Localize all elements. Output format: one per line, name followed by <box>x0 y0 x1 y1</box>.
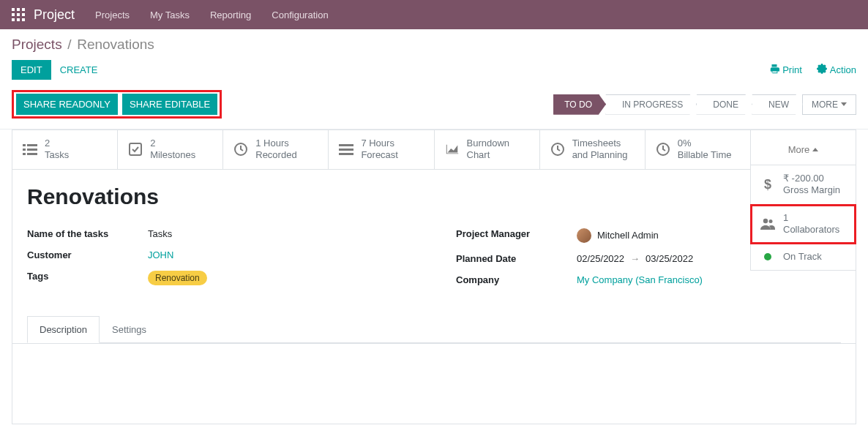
share-readonly-button[interactable]: SHARE READONLY <box>16 94 118 115</box>
fields-col-left: Name of the tasks Tasks Customer JOHN Ta… <box>27 228 412 296</box>
field-customer: Customer JOHN <box>27 249 412 260</box>
statcard-value: 1 Hours <box>255 138 296 149</box>
tabs: Description Settings <box>27 316 841 343</box>
dd-value: ₹ -200.00 <box>783 173 840 184</box>
avatar <box>577 228 591 243</box>
company-link[interactable]: My Company (San Francisco) <box>577 274 703 285</box>
svg-rect-15 <box>130 143 141 155</box>
edit-button[interactable]: EDIT <box>12 60 51 80</box>
statcard-billable[interactable]: 0% Billable Time <box>645 130 750 169</box>
dd-label: On Track <box>783 251 822 263</box>
dd-gross-margin[interactable]: $ ₹ -200.00 Gross Margin <box>751 165 856 205</box>
svg-rect-13 <box>23 153 26 155</box>
statcard-tasks[interactable]: 2 Tasks <box>12 130 117 169</box>
svg-rect-3 <box>12 13 15 16</box>
svg-rect-12 <box>27 149 37 151</box>
statcard-value: 0% <box>678 138 732 149</box>
clock-icon <box>233 142 248 157</box>
tab-content <box>12 344 856 424</box>
apps-icon[interactable] <box>12 8 25 21</box>
print-icon <box>769 64 779 76</box>
statcard-more[interactable]: More <box>750 130 856 169</box>
stage-more[interactable]: MORE <box>802 94 856 115</box>
brand[interactable]: Project <box>34 7 75 23</box>
statcard-label: Billable Time <box>678 149 732 161</box>
field-label: Company <box>456 274 577 285</box>
statcard-value: 2 <box>150 138 195 149</box>
print-label: Print <box>782 64 802 75</box>
statcards: 2 Tasks 2 Milestones 1 Hours <box>12 129 856 170</box>
svg-rect-5 <box>22 13 25 16</box>
stage-more-label: MORE <box>812 99 838 110</box>
statcard-burndown[interactable]: Burndown Chart <box>434 130 539 169</box>
field-tasks-name: Name of the tasks Tasks <box>27 228 412 239</box>
svg-rect-19 <box>339 153 353 155</box>
share-buttons-highlight: SHARE READONLY SHARE EDITABLE <box>12 90 222 119</box>
create-button[interactable]: CREATE <box>51 60 107 80</box>
breadcrumb-parent[interactable]: Projects <box>12 37 62 52</box>
status-dot-icon <box>760 253 776 260</box>
tab-description[interactable]: Description <box>27 316 100 343</box>
svg-rect-17 <box>339 144 353 146</box>
field-label: Project Manager <box>456 228 577 243</box>
field-label: Customer <box>27 249 148 260</box>
statcard-label: Recorded <box>255 149 296 161</box>
field-label: Tags <box>27 271 148 285</box>
svg-text:$: $ <box>764 178 771 191</box>
fields-row: Name of the tasks Tasks Customer JOHN Ta… <box>27 228 841 296</box>
tasks-icon <box>23 143 37 156</box>
nav-projects[interactable]: Projects <box>95 10 130 20</box>
svg-rect-18 <box>339 149 353 151</box>
nav-reporting[interactable]: Reporting <box>210 10 251 20</box>
dd-label: Gross Margin <box>783 184 840 196</box>
svg-rect-7 <box>17 18 20 21</box>
gear-icon <box>817 64 827 76</box>
action-dropdown[interactable]: Action <box>817 64 856 76</box>
statcard-milestones[interactable]: 2 Milestones <box>117 130 222 169</box>
planned-end: 03/25/2022 <box>646 253 693 264</box>
breadcrumb-current: Renovations <box>77 37 154 52</box>
stage-in-progress[interactable]: IN PROGRESS <box>605 94 697 115</box>
svg-rect-14 <box>27 153 37 155</box>
action-label: Action <box>830 64 856 75</box>
breadcrumb-sep: / <box>67 37 71 52</box>
clock-icon <box>550 142 565 157</box>
stages: TO DO IN PROGRESS DONE NEW MORE <box>553 94 856 115</box>
stage-done[interactable]: DONE <box>696 94 752 115</box>
bars-icon <box>339 143 353 156</box>
tag-chip: Renovation <box>148 271 207 285</box>
print-action[interactable]: Print <box>769 64 802 76</box>
dd-label: Collaborators <box>783 224 839 236</box>
statcard-timesheets[interactable]: Timesheets and Planning <box>539 130 645 169</box>
more-label: More <box>788 144 810 155</box>
tab-settings[interactable]: Settings <box>100 316 159 342</box>
statcard-forecast[interactable]: 7 Hours Forecast <box>328 130 433 169</box>
caret-down-icon <box>841 102 847 106</box>
svg-rect-11 <box>23 149 26 151</box>
page-title: Renovations <box>27 184 841 209</box>
statcard-recorded[interactable]: 1 Hours Recorded <box>222 130 328 169</box>
share-editable-button[interactable]: SHARE EDITABLE <box>122 94 217 115</box>
nav-my-tasks[interactable]: My Tasks <box>150 10 190 20</box>
arrow-right-icon: → <box>630 253 640 264</box>
field-label: Planned Date <box>456 253 577 264</box>
dd-collaborators[interactable]: 1 Collaborators <box>751 205 856 244</box>
stage-row: SHARE READONLY SHARE EDITABLE TO DO IN P… <box>0 90 868 129</box>
dd-ontrack[interactable]: On Track <box>751 244 856 270</box>
svg-rect-6 <box>12 18 15 21</box>
clock-icon <box>656 142 670 157</box>
stage-todo[interactable]: TO DO <box>553 94 606 115</box>
statcard-value: Burndown <box>467 138 510 149</box>
check-square-icon <box>128 142 143 157</box>
customer-link[interactable]: JOHN <box>148 249 173 260</box>
field-value: Tasks <box>148 228 172 239</box>
stage-new[interactable]: NEW <box>752 94 803 115</box>
statcard-label: Milestones <box>150 149 195 161</box>
users-icon <box>760 217 776 230</box>
field-label: Name of the tasks <box>27 228 148 239</box>
breadcrumb: Projects / Renovations <box>0 29 868 53</box>
statcard-value: 7 Hours <box>361 138 398 149</box>
svg-point-24 <box>769 219 773 223</box>
svg-rect-1 <box>17 8 20 11</box>
nav-configuration[interactable]: Configuration <box>272 10 328 20</box>
